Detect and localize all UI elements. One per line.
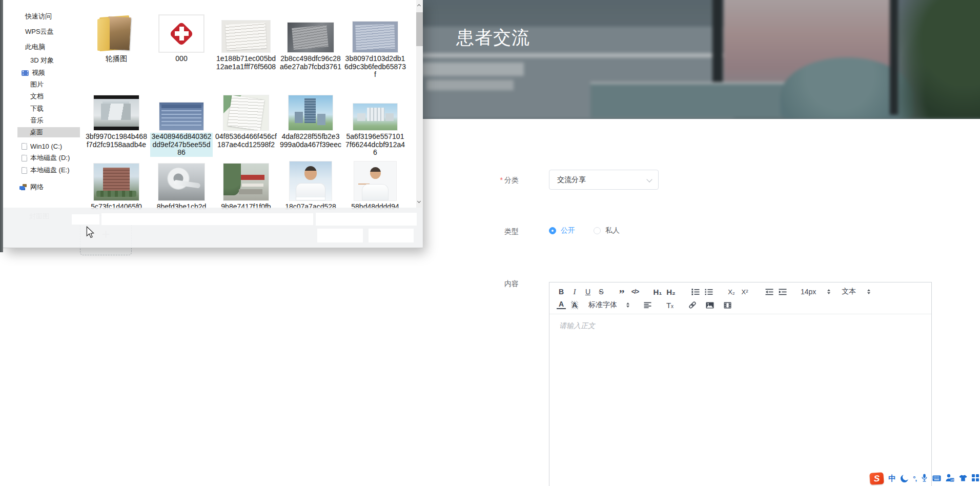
updown-icon[interactable] bbox=[865, 288, 872, 296]
scrollbar-thumb[interactable] bbox=[416, 12, 423, 46]
file-thumbnail-photo[interactable] bbox=[159, 103, 203, 130]
updown-icon[interactable] bbox=[825, 288, 832, 296]
link-icon[interactable] bbox=[686, 299, 699, 311]
file-thumbnail-folder[interactable] bbox=[95, 15, 137, 52]
font-color-button[interactable]: A bbox=[555, 299, 568, 311]
blockquote-button[interactable]: ” bbox=[615, 286, 628, 298]
file-thumbnail-photo[interactable] bbox=[223, 95, 269, 130]
file-item[interactable]: 5c73fc1d4065f0 bbox=[85, 160, 148, 211]
file-name-input[interactable] bbox=[101, 213, 313, 225]
radio-public[interactable]: 公开 bbox=[549, 226, 575, 235]
chinese-mode-icon[interactable]: 中 bbox=[888, 474, 896, 483]
file-thumbnail-photo[interactable] bbox=[94, 164, 139, 200]
punctuation-icon[interactable]: °, bbox=[913, 475, 916, 482]
microphone-icon[interactable] bbox=[921, 474, 928, 484]
superscript-button[interactable]: X² bbox=[738, 286, 751, 298]
user-profile-icon[interactable]: 18 bbox=[946, 474, 954, 484]
file-item-selected[interactable]: 3e408946d840362dd9ef247b5ee55d86 bbox=[150, 90, 213, 157]
file-item[interactable]: 18c07a7acd528 bbox=[279, 160, 342, 211]
file-item[interactable]: 8befd3be1cb2d bbox=[150, 160, 213, 211]
indent-icon[interactable] bbox=[776, 286, 789, 298]
heading1-button[interactable]: H₁ bbox=[651, 286, 664, 298]
file-thumbnail-photo[interactable] bbox=[290, 161, 332, 200]
file-thumbnail-photo[interactable] bbox=[289, 95, 333, 130]
code-button[interactable]: </> bbox=[628, 286, 642, 298]
chevron-down-icon bbox=[646, 176, 652, 182]
format-select[interactable]: 文本 bbox=[842, 286, 856, 298]
sidebar-item-quick-access[interactable]: 快速访问 bbox=[6, 11, 83, 22]
underline-button[interactable]: U bbox=[581, 286, 595, 298]
font-family-select[interactable]: 标准字体 bbox=[588, 299, 617, 311]
file-item[interactable]: 轮播图 bbox=[85, 12, 148, 63]
file-thumbnail-photo[interactable] bbox=[158, 164, 205, 200]
file-thumbnail-logo[interactable] bbox=[159, 15, 204, 52]
sidebar-item-this-pc[interactable]: 此电脑 bbox=[6, 42, 83, 52]
file-thumbnail-photo[interactable] bbox=[353, 104, 397, 130]
image-icon[interactable] bbox=[703, 299, 717, 311]
bold-button[interactable]: B bbox=[555, 286, 568, 298]
category-select-value: 交流分享 bbox=[557, 175, 586, 185]
unordered-list-icon[interactable] bbox=[702, 286, 716, 298]
toolbox-grid-icon[interactable] bbox=[972, 474, 979, 483]
cancel-button[interactable] bbox=[369, 229, 414, 242]
file-item[interactable]: 58bd48dddd94 bbox=[344, 160, 406, 211]
category-select[interactable]: 交流分享 bbox=[549, 170, 659, 190]
drive-icon bbox=[22, 155, 27, 161]
file-item[interactable]: 1e188b71ec005bd12ae1a1fff76f5608 bbox=[215, 12, 277, 71]
sidebar-item-network[interactable]: 网络 bbox=[6, 182, 83, 192]
sidebar-item-videos[interactable]: 视频 bbox=[6, 68, 83, 78]
file-thumbnail-photo[interactable] bbox=[288, 23, 334, 52]
sidebar-item-downloads[interactable]: 下载 bbox=[6, 104, 83, 114]
sidebar-item-pictures[interactable]: 图片 bbox=[6, 79, 83, 90]
heading2-button[interactable]: H₂ bbox=[664, 286, 678, 298]
moon-icon[interactable] bbox=[901, 475, 908, 482]
font-size-select[interactable]: 14px bbox=[801, 286, 816, 298]
clear-format-button[interactable]: Tx bbox=[663, 299, 677, 311]
sidebar-item-3d-objects[interactable]: 3D 对象 bbox=[6, 55, 83, 66]
background-color-button[interactable]: A bbox=[568, 299, 581, 311]
radio-private-label: 私人 bbox=[605, 226, 620, 235]
file-item[interactable]: 2b8cc498dfc96c28a6e27ab7fcbd3761 bbox=[279, 12, 342, 71]
radio-private[interactable]: 私人 bbox=[594, 226, 620, 235]
file-item[interactable]: 4daf8228f55fb2e3999a0da467f39eec bbox=[279, 90, 342, 149]
file-item[interactable]: 5a6f3196e5571017f66244dcbf912a46 bbox=[344, 90, 406, 157]
sidebar-item-desktop[interactable]: 桌面 bbox=[17, 127, 80, 137]
file-item[interactable]: 3b8097d103d2db16d9c3b6fedb65873f bbox=[344, 12, 406, 79]
scroll-down-icon[interactable] bbox=[418, 200, 421, 204]
mouse-cursor bbox=[85, 226, 95, 240]
video-icon[interactable] bbox=[721, 299, 734, 311]
sidebar-item-drive-d[interactable]: 本地磁盘 (D:) bbox=[6, 153, 83, 163]
align-icon[interactable] bbox=[641, 299, 654, 311]
sidebar-item-music[interactable]: 音乐 bbox=[6, 115, 83, 126]
sidebar-item-wps-cloud[interactable]: WPS云盘 bbox=[6, 27, 83, 37]
file-item[interactable]: 04f8536d466f456cf187ae4cd12598f2 bbox=[215, 90, 277, 149]
scrollbar[interactable] bbox=[416, 0, 423, 208]
dialog-footer bbox=[3, 208, 423, 248]
sidebar-item-documents[interactable]: 文档 bbox=[6, 91, 83, 102]
file-thumbnail-photo[interactable] bbox=[353, 22, 398, 52]
sidebar-item-drive-e[interactable]: 本地磁盘 (E:) bbox=[6, 165, 83, 175]
file-thumbnail-photo[interactable] bbox=[94, 95, 139, 130]
file-item[interactable]: 000 bbox=[150, 12, 213, 63]
ordered-list-icon[interactable] bbox=[689, 286, 702, 298]
skin-tshirt-icon[interactable] bbox=[959, 474, 967, 483]
updown-icon[interactable] bbox=[624, 301, 631, 309]
outdent-icon[interactable] bbox=[763, 286, 776, 298]
file-thumbnail-photo[interactable] bbox=[354, 161, 396, 200]
open-button[interactable] bbox=[317, 229, 363, 242]
file-name: 1e188b71ec005bd12ae1a1fff76f5608 bbox=[215, 55, 277, 71]
file-type-select[interactable] bbox=[316, 213, 417, 226]
file-item[interactable]: 3bf9970c1984b468f7d2fc9158aadb4e bbox=[85, 90, 148, 149]
sogou-logo-icon[interactable]: S bbox=[869, 472, 884, 485]
strikethrough-button[interactable]: S bbox=[595, 286, 608, 298]
file-item[interactable]: 9b8e7417f1f0fb bbox=[215, 160, 277, 211]
scroll-up-icon[interactable] bbox=[418, 4, 421, 7]
screen: 患者交流 *分类 交流分享 类型 公开 私人 内容 B I U S ” </> bbox=[0, 0, 980, 486]
keyboard-icon[interactable] bbox=[932, 474, 941, 483]
sidebar-item-drive-c[interactable]: Win10 (C:) bbox=[6, 141, 83, 151]
italic-button[interactable]: I bbox=[568, 286, 581, 298]
file-thumbnail-photo[interactable] bbox=[222, 21, 270, 52]
subscript-button[interactable]: X₂ bbox=[725, 286, 738, 298]
editor-content-area[interactable]: 请输入正文 bbox=[549, 314, 931, 486]
file-thumbnail-photo[interactable] bbox=[223, 164, 269, 200]
